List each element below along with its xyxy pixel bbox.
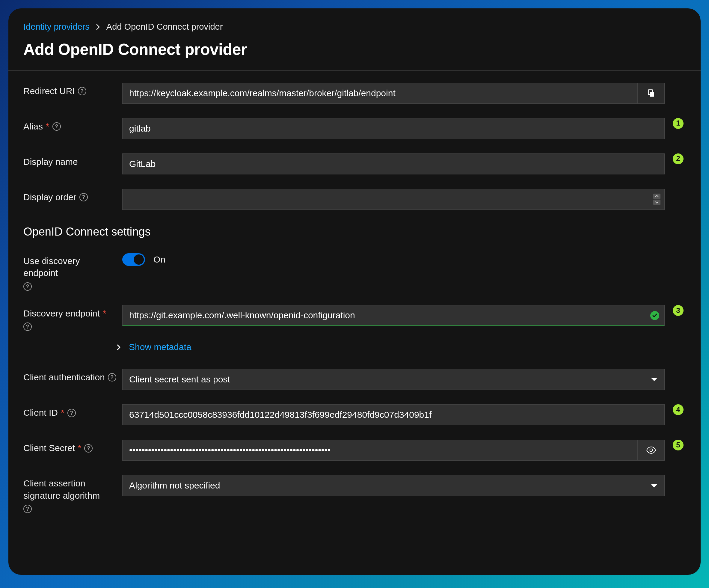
label-discovery-endpoint: Discovery endpoint	[23, 307, 100, 320]
help-icon[interactable]: ?	[23, 282, 32, 291]
number-stepper	[653, 194, 660, 205]
annotation-badge-3: 3	[673, 305, 684, 316]
main-panel: Identity providers Add OpenID Connect pr…	[8, 8, 701, 575]
row-discovery-endpoint: Discovery endpoint * ? 3	[23, 305, 686, 331]
row-client-id: Client ID * ? 4	[23, 404, 686, 425]
reveal-secret-button[interactable]	[638, 440, 665, 461]
label-client-auth: Client authentication	[23, 371, 105, 384]
row-alias: Alias * ? 1	[23, 118, 686, 139]
label-display-name: Display name	[23, 156, 78, 168]
breadcrumb-parent-link[interactable]: Identity providers	[23, 21, 89, 33]
use-discovery-toggle[interactable]	[122, 253, 145, 266]
annotation-badge-1: 1	[673, 118, 684, 129]
help-icon[interactable]: ?	[23, 323, 32, 331]
redirect-uri-input[interactable]	[122, 83, 638, 104]
help-icon[interactable]: ?	[108, 373, 116, 382]
section-title-oidc: OpenID Connect settings	[23, 224, 686, 239]
toggle-state-label: On	[153, 254, 165, 266]
row-display-order: Display order ?	[23, 189, 686, 210]
row-client-secret: Client Secret * ? 5	[23, 440, 686, 461]
row-show-metadata: Show metadata	[116, 341, 686, 353]
stepper-down[interactable]	[653, 200, 660, 205]
client-algo-select[interactable]: Algorithm not specified	[122, 475, 665, 496]
display-order-input[interactable]	[122, 189, 665, 210]
help-icon[interactable]: ?	[23, 505, 32, 513]
row-client-auth: Client authentication ? Client secret se…	[23, 369, 686, 390]
annotation-badge-5: 5	[673, 440, 684, 451]
client-algo-value: Algorithm not specified	[122, 475, 665, 496]
help-icon[interactable]: ?	[68, 409, 76, 417]
required-mark: *	[61, 407, 64, 419]
help-icon[interactable]: ?	[78, 87, 86, 95]
copy-icon	[647, 89, 655, 97]
label-client-secret: Client Secret	[23, 442, 75, 454]
label-display-order: Display order	[23, 191, 76, 204]
help-icon[interactable]: ?	[84, 444, 93, 453]
help-icon[interactable]: ?	[52, 122, 61, 131]
chevron-right-icon	[116, 344, 121, 351]
check-circle-icon	[650, 311, 659, 320]
row-redirect-uri: Redirect URI ?	[23, 83, 686, 104]
page-title: Add OpenID Connect provider	[23, 39, 686, 60]
row-client-algo: Client assertion signature algorithm ? A…	[23, 475, 686, 513]
label-alias: Alias	[23, 121, 43, 133]
svg-point-2	[650, 449, 653, 452]
client-auth-select[interactable]: Client secret sent as post	[122, 369, 665, 390]
label-client-id: Client ID	[23, 407, 58, 419]
row-display-name: Display name 2	[23, 153, 686, 174]
display-name-input[interactable]	[122, 153, 665, 174]
label-client-algo: Client assertion signature algorithm	[23, 478, 116, 502]
required-mark: *	[46, 121, 49, 133]
annotation-badge-4: 4	[673, 404, 684, 415]
stepper-up[interactable]	[653, 194, 660, 199]
help-icon[interactable]: ?	[79, 193, 88, 201]
label-redirect-uri: Redirect URI	[23, 85, 75, 97]
required-mark: *	[78, 442, 81, 454]
alias-input[interactable]	[122, 118, 665, 139]
client-auth-value: Client secret sent as post	[122, 369, 665, 390]
discovery-endpoint-input[interactable]	[122, 305, 665, 326]
breadcrumb-current: Add OpenID Connect provider	[106, 21, 223, 33]
annotation-badge-2: 2	[673, 153, 684, 164]
eye-icon	[646, 446, 656, 454]
breadcrumb: Identity providers Add OpenID Connect pr…	[23, 21, 686, 33]
chevron-right-icon	[96, 24, 100, 30]
copy-button[interactable]	[638, 83, 665, 104]
required-mark: *	[103, 307, 106, 320]
client-id-input[interactable]	[122, 404, 665, 425]
show-metadata-link[interactable]: Show metadata	[129, 341, 191, 353]
label-use-discovery: Use discovery endpoint	[23, 255, 116, 279]
row-use-discovery: Use discovery endpoint ? On	[23, 253, 686, 291]
client-secret-input[interactable]	[122, 440, 638, 461]
